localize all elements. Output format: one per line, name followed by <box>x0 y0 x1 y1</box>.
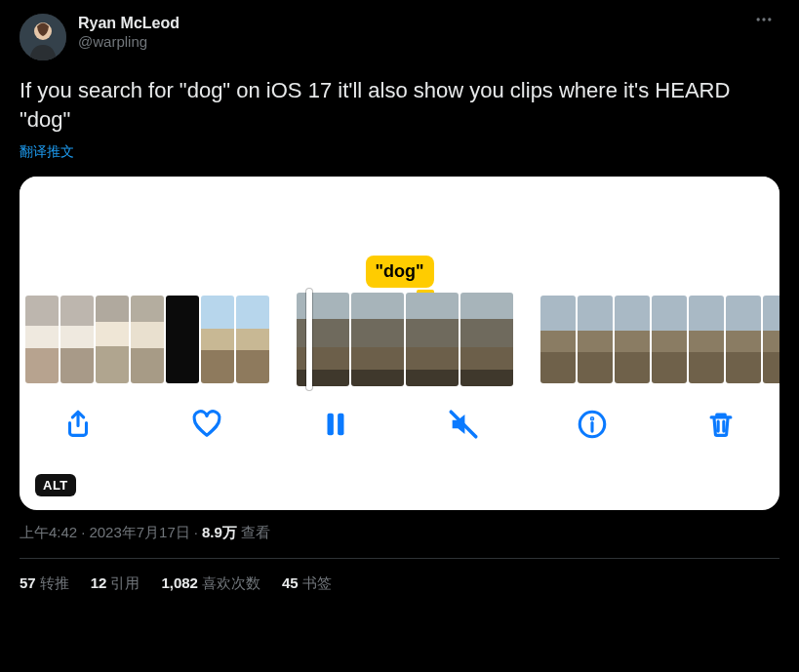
timeline-frame <box>236 296 269 383</box>
timeline-frame <box>25 296 59 383</box>
author-handle[interactable]: @warpling <box>78 33 180 52</box>
translate-link[interactable]: 翻译推文 <box>20 143 779 161</box>
timeline-frame <box>297 293 349 386</box>
bookmarks-stat[interactable]: 45书签 <box>282 574 332 593</box>
timeline-frame <box>615 296 650 383</box>
timeline-frame <box>406 293 459 386</box>
quotes-stat[interactable]: 12引用 <box>91 574 140 593</box>
svg-rect-5 <box>327 414 333 436</box>
tweet-header: Ryan McLeod @warpling <box>20 14 779 60</box>
timeline-frame <box>540 296 576 383</box>
timeline-clip-group[interactable] <box>25 296 269 383</box>
mute-button[interactable] <box>442 403 485 446</box>
quotes-count: 12 <box>91 574 107 591</box>
like-button[interactable] <box>185 403 228 446</box>
svg-point-4 <box>768 18 771 20</box>
media-toolbar <box>20 385 779 469</box>
alt-badge[interactable]: ALT <box>35 474 76 496</box>
timeline-frame <box>96 296 129 383</box>
timeline-playhead[interactable] <box>306 289 312 390</box>
info-icon <box>576 408 609 441</box>
tweet-container: Ryan McLeod @warpling If you search for … <box>0 0 799 609</box>
author-display-name[interactable]: Ryan McLeod <box>78 14 180 33</box>
svg-rect-6 <box>338 414 343 436</box>
retweets-count: 57 <box>20 574 36 591</box>
tweet-meta: 上午4:42·2023年7月17日·8.9万 查看 <box>20 524 779 542</box>
author-name-block: Ryan McLeod @warpling <box>78 14 180 52</box>
share-icon <box>61 408 95 441</box>
media-top-area: "dog" <box>20 177 779 294</box>
avatar-image <box>20 14 66 60</box>
timeline-frame <box>460 293 513 386</box>
tweet-views-label: 查看 <box>241 524 270 540</box>
timeline-frame <box>201 296 234 383</box>
retweets-stat[interactable]: 57转推 <box>20 574 69 593</box>
timeline-frame <box>60 296 94 383</box>
timeline-frame <box>689 296 724 383</box>
share-button[interactable] <box>57 403 100 446</box>
ellipsis-icon <box>754 10 774 29</box>
tweet-date[interactable]: 2023年7月17日 <box>89 524 189 540</box>
timeline-frame <box>166 296 199 383</box>
timeline-clip-group-active[interactable] <box>297 293 513 386</box>
timeline-frame <box>351 293 404 386</box>
speaker-muted-icon <box>447 408 480 441</box>
pause-button[interactable] <box>314 403 357 446</box>
bookmarks-count: 45 <box>282 574 299 591</box>
transcript-keyword-label: "dog" <box>365 256 433 288</box>
delete-button[interactable] <box>699 403 742 446</box>
tweet-views-count[interactable]: 8.9万 <box>202 524 237 540</box>
likes-stat[interactable]: 1,082喜欢次数 <box>161 574 260 593</box>
likes-count: 1,082 <box>161 574 198 591</box>
timeline-frame <box>763 296 779 383</box>
tweet-text: If you search for "dog" on iOS 17 it'll … <box>20 76 779 134</box>
video-timeline[interactable] <box>20 294 779 385</box>
heart-icon <box>190 408 223 441</box>
likes-label: 喜欢次数 <box>202 574 260 591</box>
avatar[interactable] <box>20 14 66 60</box>
tweet-time[interactable]: 上午4:42 <box>20 524 77 540</box>
tweet-stats: 57转推 12引用 1,082喜欢次数 45书签 <box>20 559 779 601</box>
timeline-clip-group[interactable] <box>540 296 779 383</box>
trash-icon <box>704 408 738 441</box>
svg-point-3 <box>762 18 765 20</box>
pause-icon <box>319 408 352 441</box>
quotes-label: 引用 <box>110 574 140 591</box>
more-button[interactable] <box>754 10 774 33</box>
bookmarks-label: 书签 <box>302 574 332 591</box>
timeline-frame <box>652 296 687 383</box>
timeline-frame <box>131 296 164 383</box>
info-button[interactable] <box>571 403 614 446</box>
svg-point-2 <box>757 18 760 20</box>
timeline-frame <box>726 296 761 383</box>
timeline-frame <box>578 296 613 383</box>
retweets-label: 转推 <box>40 574 69 591</box>
media-attachment[interactable]: "dog" <box>20 177 779 510</box>
svg-point-8 <box>591 418 592 419</box>
